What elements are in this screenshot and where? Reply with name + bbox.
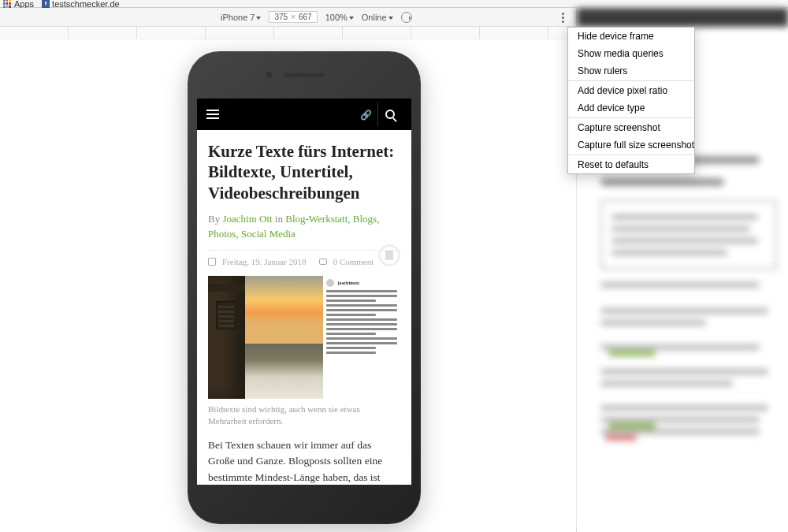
site-header <box>197 99 411 130</box>
chevron-down-icon <box>256 17 261 20</box>
menu-item-device-type[interactable]: Add device type <box>568 99 694 117</box>
device-selector[interactable]: iPhone 7 <box>221 13 261 22</box>
menu-item-pixel-ratio[interactable]: Add device pixel ratio <box>568 82 694 99</box>
article-date: Freitag, 19. Januar 2018 <box>222 257 307 266</box>
comment-count[interactable]: 0 Comment <box>333 257 374 266</box>
zoom-selector[interactable]: 100% <box>325 13 354 22</box>
menu-item-full-screenshot[interactable]: Capture full size screenshot <box>568 136 694 154</box>
bookmark-item[interactable]: testschmecker.de <box>52 0 120 9</box>
chevron-down-icon <box>349 17 354 20</box>
dimensions-input[interactable]: 375 × 667 <box>269 11 317 23</box>
network-selector[interactable]: Online <box>362 13 393 22</box>
image-caption: Bildtexte sind wichtig, auch wenn sie et… <box>208 404 400 428</box>
featured-image: joachimott <box>208 276 400 399</box>
format-icon <box>378 244 400 266</box>
ruler <box>0 27 567 39</box>
link-icon <box>360 107 372 121</box>
more-options-button[interactable] <box>555 9 571 25</box>
article-content: Kurze Texte fürs Internet: Bildtexte, Un… <box>197 130 411 485</box>
hamburger-menu-icon[interactable] <box>206 110 219 119</box>
calendar-icon <box>208 258 216 266</box>
article-meta: Freitag, 19. Januar 2018 0 Comment <box>208 250 400 266</box>
instagram-embed: joachimott <box>323 276 400 399</box>
menu-item-hide-frame[interactable]: Hide device frame <box>568 28 694 45</box>
article-title: Kurze Texte fürs Internet: Bildtexte, Un… <box>208 141 400 203</box>
menu-item-rulers[interactable]: Show rulers <box>568 62 694 80</box>
facebook-icon: f <box>42 0 50 8</box>
apps-label: Apps <box>14 0 34 9</box>
article-byline: By Joachim Ott in Blog-Werkstatt, Blogs,… <box>208 211 400 242</box>
search-icon <box>385 110 395 119</box>
height-field[interactable]: 667 <box>299 13 312 21</box>
dimension-separator: × <box>291 13 296 21</box>
phone-speaker <box>284 73 324 77</box>
menu-item-screenshot[interactable]: Capture screenshot <box>568 119 694 136</box>
author-link[interactable]: Joachim Ott <box>222 213 272 225</box>
width-field[interactable]: 375 <box>274 13 288 21</box>
phone-camera <box>266 72 272 78</box>
apps-grid-icon <box>3 0 11 8</box>
chevron-down-icon <box>388 17 393 20</box>
apps-button[interactable]: Apps <box>3 0 34 9</box>
article-body: Bei Texten schauen wir immer auf das Gro… <box>208 437 400 485</box>
menu-item-media-queries[interactable]: Show media queries <box>568 45 694 62</box>
link-button[interactable] <box>355 102 378 126</box>
rotate-icon[interactable] <box>401 12 412 23</box>
device-options-menu: Hide device frame Show media queries Sho… <box>567 27 695 174</box>
device-frame: Kurze Texte fürs Internet: Bildtexte, Un… <box>188 51 421 524</box>
menu-item-reset[interactable]: Reset to defaults <box>568 156 694 173</box>
phone-screen: Kurze Texte fürs Internet: Bildtexte, Un… <box>197 99 411 485</box>
comment-icon <box>319 259 327 265</box>
search-button[interactable] <box>378 102 402 126</box>
